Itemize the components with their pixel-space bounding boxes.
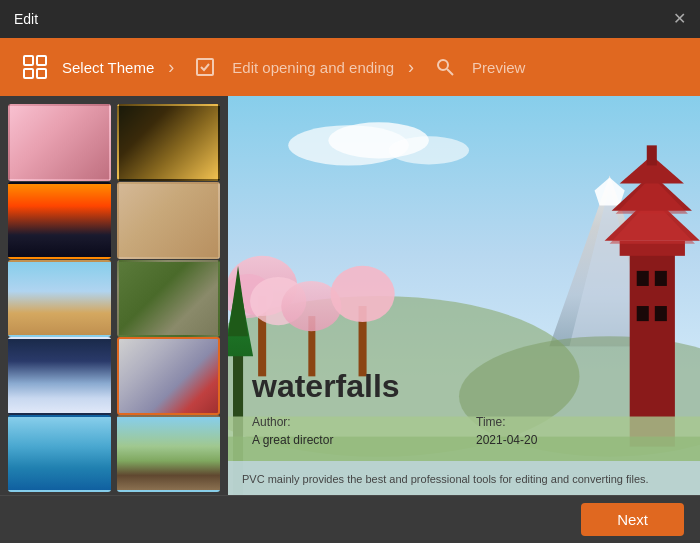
step-edit-opening[interactable]: Edit opening and ending bbox=[188, 50, 394, 84]
edit-icon bbox=[188, 50, 222, 84]
step-select-theme[interactable]: Select Theme bbox=[18, 50, 154, 84]
preview-title: waterfalls bbox=[252, 368, 700, 405]
preview-overlay: waterfalls Author: Time: A great directo… bbox=[228, 96, 700, 495]
step-bar: Select Theme › Edit opening and ending ›… bbox=[0, 38, 700, 96]
author-label: Author: bbox=[252, 415, 476, 429]
window-title: Edit bbox=[14, 11, 38, 27]
time-value: 2021-04-20 bbox=[476, 433, 700, 447]
grid-icon bbox=[18, 50, 52, 84]
step-preview[interactable]: Preview bbox=[428, 50, 525, 84]
search-icon bbox=[428, 50, 462, 84]
thumbnail-ocean[interactable] bbox=[8, 415, 111, 492]
footer: Next bbox=[0, 495, 700, 543]
thumbnail-cupcake[interactable] bbox=[8, 104, 111, 181]
thumbnail-candles[interactable] bbox=[117, 104, 220, 181]
theme-thumbnail-grid bbox=[0, 96, 228, 495]
chevron-icon-2: › bbox=[408, 57, 414, 78]
chevron-icon-1: › bbox=[168, 57, 174, 78]
svg-line-6 bbox=[447, 69, 453, 75]
thumbnail-cabin[interactable] bbox=[8, 337, 111, 414]
title-bar: Edit ✕ bbox=[0, 0, 700, 38]
thumbnail-silhouette[interactable] bbox=[8, 182, 111, 259]
svg-rect-4 bbox=[197, 59, 213, 75]
thumbnail-pagoda[interactable] bbox=[117, 337, 220, 414]
preview-meta: Author: Time: A great director 2021-04-2… bbox=[252, 415, 700, 447]
step-preview-label: Preview bbox=[472, 59, 525, 76]
preview-caption-bar: PVC mainly provides the best and profess… bbox=[228, 461, 700, 495]
preview-caption-text: PVC mainly provides the best and profess… bbox=[242, 473, 649, 485]
author-value: A great director bbox=[252, 433, 476, 447]
svg-rect-1 bbox=[37, 56, 46, 65]
preview-panel: waterfalls Author: Time: A great directo… bbox=[228, 96, 700, 495]
svg-rect-0 bbox=[24, 56, 33, 65]
time-label: Time: bbox=[476, 415, 700, 429]
thumbnail-horses[interactable] bbox=[117, 415, 220, 492]
thumbnail-eiffel[interactable] bbox=[8, 260, 111, 337]
main-content: waterfalls Author: Time: A great directo… bbox=[0, 96, 700, 495]
svg-rect-2 bbox=[24, 69, 33, 78]
step-select-theme-label: Select Theme bbox=[62, 59, 154, 76]
step-edit-label: Edit opening and ending bbox=[232, 59, 394, 76]
close-button[interactable]: ✕ bbox=[673, 11, 686, 27]
svg-point-5 bbox=[438, 60, 448, 70]
next-button[interactable]: Next bbox=[581, 503, 684, 536]
thumbnail-sand[interactable] bbox=[117, 182, 220, 259]
svg-rect-3 bbox=[37, 69, 46, 78]
thumbnail-motocross[interactable] bbox=[117, 260, 220, 337]
